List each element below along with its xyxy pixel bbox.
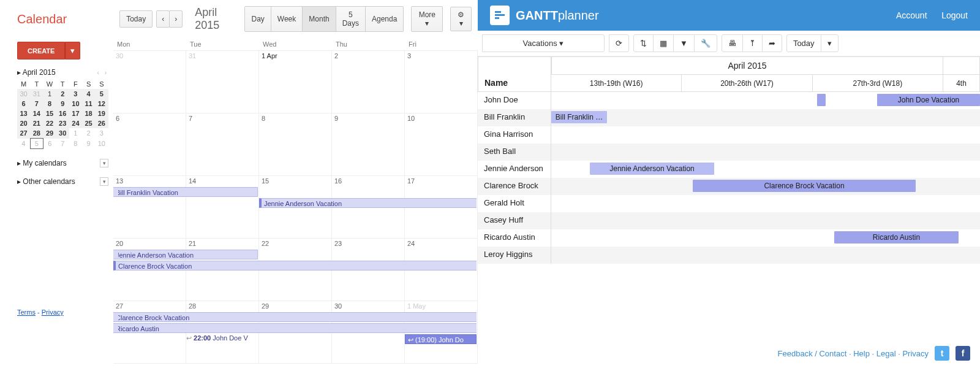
mini-day-cell[interactable]: 8 [43, 99, 56, 109]
mini-day-cell[interactable]: 17 [69, 109, 82, 118]
gantt-today-button[interactable]: Today [786, 34, 821, 52]
day-cell[interactable]: 7 [186, 113, 259, 175]
view-5-days[interactable]: 5 Days [336, 6, 366, 32]
create-dropdown-button[interactable]: ▾ [65, 42, 80, 59]
calendar-event[interactable]: Jennie Anderson Vacation [259, 198, 477, 208]
prev-button[interactable]: ‹ [156, 10, 170, 28]
view-agenda[interactable]: Agenda [365, 6, 404, 32]
day-cell[interactable]: 13 [113, 176, 186, 238]
create-button[interactable]: CREATE [17, 42, 65, 59]
mini-day-cell[interactable]: 5 [95, 89, 108, 99]
view-month[interactable]: Month [302, 6, 336, 32]
gantt-bar[interactable] [817, 94, 826, 106]
sort-button[interactable]: ⇅ [633, 34, 654, 52]
mini-day-cell[interactable]: 1 [69, 128, 82, 139]
today-button[interactable]: Today [119, 10, 153, 28]
tools-button[interactable]: 🔧 [694, 34, 717, 52]
mini-day-cell[interactable]: 18 [82, 109, 95, 118]
mini-day-cell[interactable]: 29 [43, 128, 56, 139]
mini-day-cell[interactable]: 1 [43, 89, 56, 99]
footer-link-help[interactable]: Help [853, 349, 870, 358]
day-cell[interactable]: 10 [405, 113, 478, 175]
mini-day-cell[interactable]: 11 [82, 99, 95, 109]
mini-day-cell[interactable]: 30 [17, 89, 30, 99]
day-cell[interactable]: 31 [186, 51, 259, 113]
mini-day-cell[interactable]: 26 [95, 118, 108, 128]
mini-day-cell[interactable]: 5 [30, 139, 43, 149]
mini-day-cell[interactable]: 8 [69, 139, 82, 149]
mini-day-cell[interactable]: 20 [17, 118, 30, 128]
mini-day-cell[interactable]: 7 [56, 139, 69, 149]
filter-button[interactable]: ▼ [673, 34, 695, 52]
next-button[interactable]: › [169, 10, 183, 28]
mini-day-cell[interactable]: 3 [69, 89, 82, 99]
mini-next-button[interactable]: › [103, 69, 108, 76]
mini-day-cell[interactable]: 12 [95, 99, 108, 109]
footer-link-legal[interactable]: Legal [876, 349, 896, 358]
dropdown-icon[interactable]: ▾ [100, 177, 108, 186]
gantt-today-dropdown[interactable]: ▾ [821, 34, 839, 52]
mini-prev-button[interactable]: ‹ [96, 69, 101, 76]
print-button[interactable]: 🖶 [722, 34, 743, 52]
mini-day-cell[interactable]: 3 [95, 128, 108, 139]
footer-link-privacy[interactable]: Privacy [902, 349, 929, 358]
twitter-icon[interactable]: t [935, 346, 949, 361]
mini-day-cell[interactable]: 25 [82, 118, 95, 128]
gantt-bar[interactable]: Bill Franklin … [551, 111, 607, 123]
mini-day-cell[interactable]: 7 [30, 99, 43, 109]
gantt-bar[interactable]: Ricardo Austin [834, 231, 959, 243]
privacy-link[interactable]: Privacy [42, 309, 64, 316]
calendar-event[interactable]: Bill Franklin Vacation [113, 187, 258, 197]
mini-day-cell[interactable]: 4 [82, 89, 95, 99]
calendar-dropdown[interactable]: Vacations ▾ [482, 34, 605, 52]
gantt-bar[interactable]: John Doe Vacation [877, 94, 980, 106]
footer-link-feedback-contact[interactable]: Feedback / Contact [778, 349, 847, 358]
mini-day-cell[interactable]: 10 [69, 99, 82, 109]
mini-day-cell[interactable]: 10 [95, 139, 108, 149]
calendar-event[interactable]: Clarence Brock Vacation [113, 261, 477, 270]
mini-day-cell[interactable]: 2 [82, 128, 95, 139]
mini-day-cell[interactable]: 9 [56, 99, 69, 109]
gantt-bar[interactable]: Clarence Brock Vacation [693, 180, 916, 192]
export-button[interactable]: ⤒ [742, 34, 763, 52]
calendar-event[interactable]: ↩ (19:00) John Do [405, 334, 477, 344]
mini-day-cell[interactable]: 19 [95, 109, 108, 118]
facebook-icon[interactable]: f [956, 346, 970, 361]
more-button[interactable]: More ▾ [411, 6, 443, 32]
day-cell[interactable]: 6 [113, 113, 186, 175]
mini-day-cell[interactable]: 22 [43, 118, 56, 128]
mini-day-cell[interactable]: 2 [56, 89, 69, 99]
refresh-button[interactable]: ⟳ [609, 34, 629, 52]
account-link[interactable]: Account [896, 10, 927, 20]
calendar-event[interactable]: Clarence Brock Vacation [113, 312, 477, 322]
share-button[interactable]: ➦ [762, 34, 782, 52]
calendar-event[interactable]: Jennie Anderson Vacation [113, 250, 258, 259]
mini-day-cell[interactable]: 16 [56, 109, 69, 118]
dropdown-icon[interactable]: ▾ [100, 159, 108, 167]
calendar-event[interactable]: ↩ 22:00 John Doe V [186, 334, 258, 342]
calendar-event[interactable]: Ricardo Austin [113, 323, 477, 333]
day-cell[interactable]: 1 Apr [259, 51, 332, 113]
date-button[interactable]: ▦ [653, 34, 674, 52]
mini-day-cell[interactable]: 28 [30, 128, 43, 139]
day-cell[interactable]: 2 [332, 51, 405, 113]
mini-day-cell[interactable]: 4 [17, 139, 30, 149]
mini-day-cell[interactable]: 30 [56, 128, 69, 139]
other-calendars-toggle[interactable]: ▸ Other calendars ▾ [17, 177, 108, 186]
mini-day-cell[interactable]: 13 [17, 109, 30, 118]
logout-link[interactable]: Logout [941, 10, 968, 20]
mini-day-cell[interactable]: 6 [43, 139, 56, 149]
mini-day-cell[interactable]: 21 [30, 118, 43, 128]
day-cell[interactable]: 8 [259, 113, 332, 175]
terms-link[interactable]: Terms [17, 309, 36, 316]
mini-day-cell[interactable]: 14 [30, 109, 43, 118]
day-cell[interactable]: 9 [332, 113, 405, 175]
mini-day-cell[interactable]: 23 [56, 118, 69, 128]
mini-day-cell[interactable]: 15 [43, 109, 56, 118]
day-cell[interactable]: 30 [113, 51, 186, 113]
mini-day-cell[interactable]: 6 [17, 99, 30, 109]
view-week[interactable]: Week [271, 6, 303, 32]
day-cell[interactable]: 14 [186, 176, 259, 238]
mini-day-cell[interactable]: 27 [17, 128, 30, 139]
mini-day-cell[interactable]: 31 [30, 89, 43, 99]
